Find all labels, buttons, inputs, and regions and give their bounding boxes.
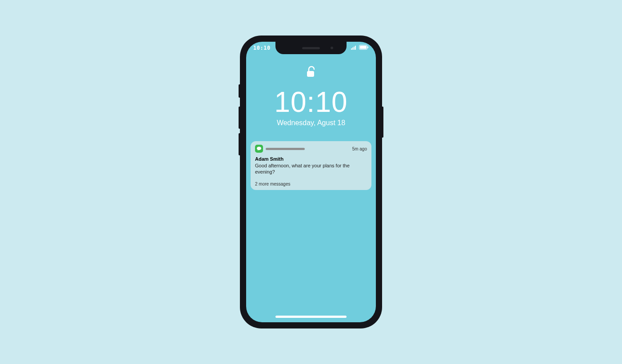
svg-rect-0 bbox=[351, 48, 352, 50]
silent-switch[interactable] bbox=[239, 84, 240, 98]
notification-card[interactable]: 5m ago Adam Smith Good afternoon, what a… bbox=[251, 141, 371, 190]
svg-rect-2 bbox=[354, 47, 355, 50]
notification-header: 5m ago bbox=[255, 145, 367, 153]
lock-screen-header: 10:10 Wednesday, Agust 18 bbox=[246, 65, 376, 127]
svg-rect-1 bbox=[352, 47, 353, 50]
svg-rect-6 bbox=[368, 47, 369, 48]
battery-icon bbox=[359, 45, 369, 51]
front-camera bbox=[331, 47, 333, 49]
power-button[interactable] bbox=[382, 107, 383, 138]
notification-time: 5m ago bbox=[352, 146, 367, 151]
notification-sender: Adam Smith bbox=[255, 156, 367, 162]
notch bbox=[275, 42, 347, 54]
speaker bbox=[302, 47, 320, 49]
lockscreen-time: 10:10 bbox=[274, 88, 347, 116]
notification-body: Good afternoon, what are your plans for … bbox=[255, 162, 367, 175]
messages-app-icon bbox=[255, 145, 263, 153]
phone-frame: 10:10 bbox=[240, 36, 382, 328]
cellular-icon bbox=[351, 45, 357, 51]
svg-rect-7 bbox=[307, 71, 314, 77]
notification-more: 2 more messages bbox=[255, 182, 367, 186]
volume-down-button[interactable] bbox=[239, 133, 240, 155]
home-indicator[interactable] bbox=[275, 316, 347, 318]
svg-rect-3 bbox=[355, 46, 356, 50]
volume-up-button[interactable] bbox=[239, 107, 240, 129]
notification-app-placeholder bbox=[266, 148, 305, 150]
screen[interactable]: 10:10 bbox=[246, 42, 376, 322]
unlock-icon bbox=[304, 65, 318, 80]
svg-rect-5 bbox=[360, 46, 367, 49]
lockscreen-date: Wednesday, Agust 18 bbox=[277, 119, 345, 127]
